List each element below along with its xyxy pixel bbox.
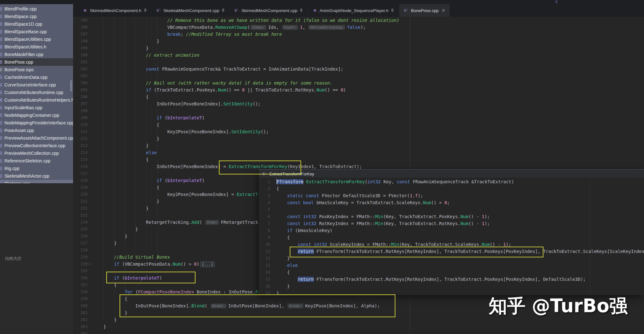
file-list: BlendProfile.cppBlendSpace.cppBlendSpace… bbox=[0, 4, 73, 183]
code-text: const int32 RotKeyIndex = FMath::Min(Key… bbox=[276, 220, 490, 227]
file-item[interactable]: SkeletalMeshActor.cpp bbox=[0, 172, 73, 180]
file-item[interactable]: BlendSpaceUtilities.h bbox=[0, 43, 73, 51]
gutter bbox=[270, 213, 276, 220]
line-number: 9 bbox=[259, 234, 270, 241]
code-line: 212 } bbox=[73, 135, 644, 142]
structure-panel: 结构为空 bbox=[0, 183, 73, 334]
code-line: 214 else bbox=[73, 149, 644, 156]
code-line: 2{ bbox=[259, 185, 644, 192]
pin-icon[interactable] bbox=[391, 9, 394, 13]
close-icon[interactable]: × bbox=[442, 8, 446, 13]
editor-tab[interactable]: C⁺SkinnedMeshComponent.cpp bbox=[230, 4, 308, 17]
file-item[interactable]: BlendProfile.cpp bbox=[0, 5, 73, 13]
gutter bbox=[270, 283, 276, 290]
line-number: 15 bbox=[259, 276, 270, 283]
line-number: 16 bbox=[259, 283, 270, 290]
pin-icon[interactable] bbox=[221, 9, 225, 13]
line-number: 203 bbox=[73, 72, 88, 79]
line-number: 261 bbox=[73, 309, 88, 316]
code-line: 202 const FRawAnimSequenceTrack& TrackTo… bbox=[73, 66, 644, 72]
file-item[interactable]: BoneMaskFilter.cpp bbox=[0, 51, 73, 58]
sidebar-scrollbar-thumb[interactable] bbox=[70, 80, 72, 91]
code-text: InOutPose[BoneIndex].Blend( Atom1:InOutP… bbox=[93, 302, 380, 309]
gutter bbox=[88, 31, 93, 38]
file-type-icon bbox=[0, 30, 2, 34]
file-item[interactable]: PoseAsset.cpp bbox=[0, 127, 73, 134]
editor-tab[interactable]: HAnimGraphNode_SequencePlayer.h bbox=[308, 4, 399, 17]
code-text: { bbox=[93, 184, 159, 191]
file-item[interactable]: ReferenceSkeleton.cpp bbox=[0, 157, 73, 165]
code-line: 264 bbox=[73, 330, 644, 334]
header-file-icon: H bbox=[83, 8, 88, 13]
file-item[interactable]: PreviewMeshCollection.cpp bbox=[0, 149, 73, 157]
line-number: 229 bbox=[73, 254, 88, 261]
code-text: { bbox=[276, 269, 290, 276]
file-item[interactable]: Skeleton.cpp bbox=[0, 180, 73, 183]
file-item[interactable]: InputScaleBias.cpp bbox=[0, 104, 73, 111]
line-number: 207 bbox=[73, 100, 88, 107]
editor-tab[interactable]: C⁺BonePose.cpp× bbox=[399, 4, 450, 17]
file-item[interactable]: CurveSourceInterface.cpp bbox=[0, 81, 73, 89]
code-text: } bbox=[93, 233, 127, 240]
file-item[interactable]: PreviewCollectionInterface.cpp bbox=[0, 142, 73, 149]
code-line: 195 // Remove this bone as we have writt… bbox=[73, 17, 644, 24]
gutter bbox=[88, 233, 93, 240]
file-item[interactable]: BlendSpace.cpp bbox=[0, 13, 73, 20]
gutter bbox=[88, 45, 93, 52]
fold-arrow-icon[interactable]: › bbox=[89, 261, 91, 268]
file-item[interactable]: PreviewAssetAttachComponent.cpp bbox=[0, 134, 73, 142]
file-item[interactable]: NodeMappingProviderInterface.cpp bbox=[0, 119, 73, 127]
gutter bbox=[88, 288, 93, 295]
file-type-icon bbox=[0, 7, 2, 11]
editor-tab[interactable]: HSkinnedMeshComponent.h bbox=[78, 4, 152, 17]
line-number: 200 bbox=[73, 52, 88, 59]
gutter bbox=[270, 255, 276, 262]
code-text: { bbox=[93, 156, 149, 163]
code-text: if (VBCompactPoseData.Num() > 0){...} bbox=[93, 261, 215, 268]
code-text: { bbox=[93, 121, 159, 128]
code-line: 199 } bbox=[73, 45, 644, 52]
line-number: 199 bbox=[73, 45, 88, 52]
code-text: } bbox=[93, 240, 117, 247]
gutter bbox=[88, 219, 93, 226]
file-item[interactable]: BonePose.ispc bbox=[0, 66, 73, 73]
gutter bbox=[88, 205, 93, 212]
line-number: 225 bbox=[73, 226, 88, 233]
file-type-icon bbox=[0, 167, 2, 170]
code-line: 263 } bbox=[73, 323, 644, 330]
file-item[interactable]: NodeMappingContainer.cpp bbox=[0, 111, 73, 119]
line-number: 214 bbox=[73, 149, 88, 156]
pin-icon[interactable] bbox=[144, 9, 147, 13]
gutter bbox=[88, 240, 93, 247]
file-name: BlendSpaceUtilities.cpp bbox=[4, 37, 51, 42]
code-text: break; //Modified TArray so must break h… bbox=[93, 31, 282, 38]
folded-region-badge[interactable]: {...} bbox=[200, 262, 215, 267]
file-item[interactable]: BonePose.cpp bbox=[0, 58, 73, 66]
file-item[interactable]: BlendSpaceBase.cpp bbox=[0, 28, 73, 35]
file-type-icon bbox=[0, 144, 2, 148]
code-text: // extract animation bbox=[93, 52, 199, 59]
code-line: 201 bbox=[73, 59, 644, 66]
code-text: VBCompactPoseData.RemoveAtSwap(Index:Idx… bbox=[93, 24, 366, 31]
gutter bbox=[88, 107, 93, 114]
line-number: 10 bbox=[259, 241, 270, 248]
line-number: 226 bbox=[73, 233, 88, 240]
gutter bbox=[88, 268, 93, 274]
file-item[interactable]: CustomAttributesRuntimeHelpers.h bbox=[0, 96, 73, 104]
code-text: } bbox=[93, 309, 127, 316]
line-number: 5 bbox=[259, 206, 270, 213]
pin-icon[interactable] bbox=[555, 0, 558, 4]
editor-tab[interactable]: C⁺SkeletalMeshComponent.cpp bbox=[152, 4, 230, 17]
file-type-icon bbox=[0, 45, 2, 49]
file-item[interactable]: CustomAttributesRuntime.cpp bbox=[0, 89, 73, 96]
file-item[interactable]: CachedAnimData.cpp bbox=[0, 73, 73, 81]
file-item[interactable]: BlendSpace1D.cpp bbox=[0, 20, 73, 28]
file-type-icon bbox=[0, 37, 2, 41]
inlay-hint: Count: bbox=[282, 25, 298, 30]
file-item[interactable]: BlendSpaceUtilities.cpp bbox=[0, 35, 73, 43]
line-number: 2 bbox=[259, 185, 270, 192]
file-name: CachedAnimData.cpp bbox=[4, 75, 47, 80]
pin-icon[interactable] bbox=[300, 9, 303, 13]
file-item[interactable]: Rig.cpp bbox=[0, 165, 73, 172]
line-number: 217 bbox=[73, 170, 88, 177]
